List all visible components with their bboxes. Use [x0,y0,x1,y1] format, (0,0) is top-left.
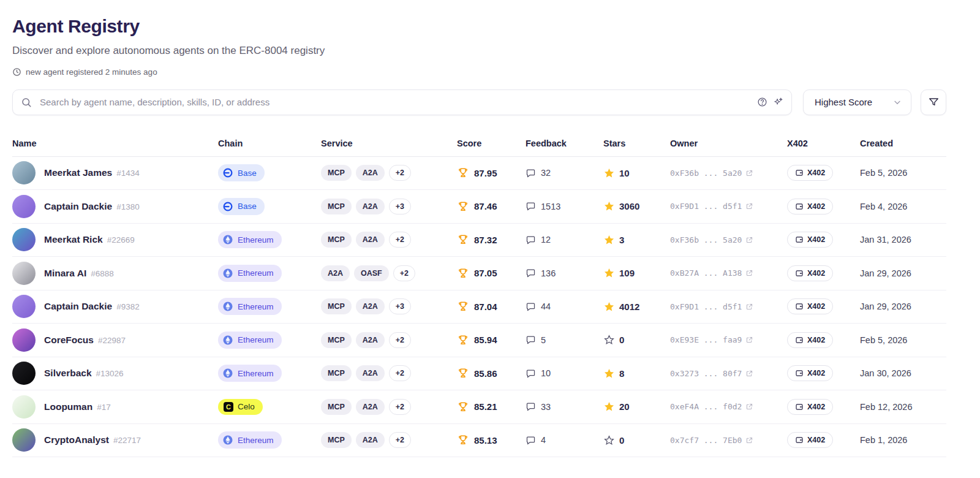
stars-value: 0 [619,335,624,345]
table-row[interactable]: Silverback#13026 C Ethereum MCP A2A +2 [12,357,946,391]
more-services-badge[interactable]: +2 [389,165,411,181]
owner-address[interactable]: 0x3273 ... 80f7 [670,369,742,378]
external-link-icon[interactable] [745,236,753,244]
chain-label: Ethereum [238,268,274,278]
agent-name: Minara AI#6888 [44,268,114,279]
created-cell: Jan 29, 2026 [860,302,946,311]
search-bar [12,89,792,115]
score-value: 87.46 [474,201,497,211]
registration-status: new agent registered 2 minutes ago [12,67,946,77]
wallet-icon [795,336,804,344]
x402-badge: X402 [787,199,833,214]
service-cell: MCP A2A +2 [321,365,457,381]
external-link-icon[interactable] [745,403,753,411]
search-input[interactable] [12,89,792,115]
ethereum-chain-icon [222,434,233,446]
chain-cell: C Ethereum [218,265,321,282]
sort-dropdown[interactable]: Highest Score [803,89,911,115]
owner-address[interactable]: 0xeF4A ... f0d2 [670,402,742,411]
service-cell: A2A OASF +2 [321,265,457,281]
column-header-owner: Owner [670,138,787,148]
table-row[interactable]: Meerkat Rick#22669 C Ethereum MCP A2A +2 [12,224,946,257]
agent-name: CryptoAnalyst#22717 [44,434,141,446]
help-circle-icon[interactable] [757,97,767,107]
table-row[interactable]: Meerkat James#1434 C Base MCP A2A +2 [12,157,946,191]
x402-badge: X402 [787,432,833,448]
chevron-down-icon [892,97,902,107]
owner-address[interactable]: 0xF36b ... 5a20 [670,235,742,245]
owner-address[interactable]: 0xE93E ... faa9 [670,335,742,344]
chain-label: Ethereum [238,335,274,344]
score-value: 87.32 [474,235,497,245]
celo-chain-icon: C [224,402,233,412]
table-row[interactable]: Minara AI#6888 C Ethereum A2A OASF +2 [12,257,946,290]
table-row[interactable]: Captain Dackie#9382 C Ethereum MCP A2A +… [12,290,946,324]
service-badge: MCP [321,332,352,348]
score-value: 85.13 [474,435,497,446]
x402-label: X402 [807,369,825,377]
external-link-icon[interactable] [745,269,753,277]
ethereum-chain-icon [222,335,233,346]
service-cell: MCP A2A +3 [321,298,457,314]
chain-label: Celo [238,402,255,411]
x402-cell: X402 [787,399,860,415]
more-services-badge[interactable]: +3 [389,199,411,214]
external-link-icon[interactable] [745,169,753,177]
chain-badge: C Ethereum [218,431,282,449]
service-badge: MCP [321,199,352,214]
sort-label: Highest Score [815,97,872,107]
x402-label: X402 [807,302,825,311]
table-row[interactable]: Loopuman#17 C Celo MCP A2A +2 8 [12,390,946,424]
speech-bubble-icon [526,201,536,211]
sparkles-icon[interactable] [773,97,783,107]
owner-cell: 0x3273 ... 80f7 [670,369,787,378]
page-subtitle: Discover and explore autonomous agents o… [12,45,946,57]
score-value: 87.05 [474,268,497,278]
external-link-icon[interactable] [745,202,753,210]
more-services-badge[interactable]: +2 [389,365,411,381]
score-cell: 85.13 [457,434,526,446]
trophy-icon [457,434,469,446]
agents-table: Name Chain Service Score Feedback Stars … [12,131,946,458]
created-cell: Feb 5, 2026 [860,168,946,178]
speech-bubble-icon [526,235,536,245]
x402-badge: X402 [787,298,833,314]
external-link-icon[interactable] [745,370,753,377]
chain-cell: C Ethereum [218,231,321,248]
x402-badge: X402 [787,365,833,381]
owner-address[interactable]: 0xB27A ... A138 [670,268,742,278]
owner-address[interactable]: 0xF36b ... 5a20 [670,169,742,178]
external-link-icon[interactable] [745,303,753,311]
stars-cell: 20 [603,401,670,412]
owner-address[interactable]: 0xF9D1 ... d5f1 [670,202,742,211]
more-services-badge[interactable]: +2 [389,432,411,448]
feedback-cell: 33 [526,401,603,412]
service-badge: MCP [321,399,352,415]
stars-cell: 3 [603,234,670,246]
chain-cell: C Base [218,164,321,181]
table-row[interactable]: CoreFocus#22987 C Ethereum MCP A2A +2 [12,324,946,357]
owner-cell: 0xF36b ... 5a20 [670,235,787,245]
feedback-cell: 1513 [526,201,603,211]
agent-id: #22669 [107,235,135,245]
more-services-badge[interactable]: +2 [389,232,411,248]
chain-badge: C Ethereum [218,365,282,382]
wallet-icon [795,235,804,244]
chain-label: Ethereum [238,436,274,445]
magnifier-icon [21,97,32,108]
trophy-icon [457,401,469,413]
more-services-badge[interactable]: +2 [389,332,411,348]
filter-button[interactable] [921,89,946,115]
owner-address[interactable]: 0x7cf7 ... 7Eb0 [670,436,742,445]
external-link-icon[interactable] [745,436,753,444]
owner-address[interactable]: 0xF9D1 ... d5f1 [670,302,742,311]
more-services-badge[interactable]: +2 [393,265,415,281]
table-row[interactable]: Captain Dackie#1380 C Base MCP A2A +3 [12,190,946,224]
more-services-badge[interactable]: +3 [389,298,411,314]
created-cell: Feb 5, 2026 [860,335,946,345]
more-services-badge[interactable]: +2 [389,399,411,415]
x402-badge: X402 [787,232,833,248]
table-row[interactable]: CryptoAnalyst#22717 C Ethereum MCP A2A +… [12,424,946,458]
created-cell: Feb 1, 2026 [860,435,946,445]
external-link-icon[interactable] [745,336,753,344]
